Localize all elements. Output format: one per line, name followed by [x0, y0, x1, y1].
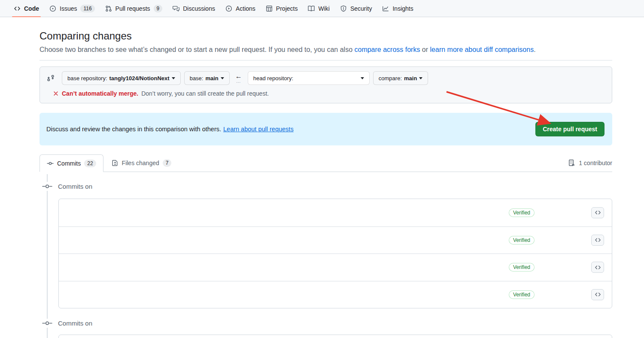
tab-files-changed[interactable]: Files changed 7	[104, 154, 179, 172]
tab-insights[interactable]: Insights	[379, 0, 416, 17]
tab-label: Actions	[236, 0, 255, 17]
browse-code-button[interactable]	[591, 207, 604, 218]
git-compare-icon	[47, 74, 55, 82]
divider	[39, 60, 612, 60]
tab-code[interactable]: Code	[10, 0, 43, 17]
tab-label: Security	[350, 0, 372, 17]
subtitle-text: Choose two branches to see what’s change…	[39, 46, 354, 53]
commit-row: Verified	[59, 281, 612, 308]
tab-label: Projects	[276, 0, 298, 17]
verified-badge[interactable]: Verified	[509, 208, 535, 217]
caret-down-icon	[419, 77, 422, 81]
tab-label: Pull requests	[115, 0, 150, 17]
tab-label: Insights	[392, 0, 413, 17]
compare-branch-value: main	[404, 75, 417, 81]
commit-timeline-line	[47, 174, 48, 338]
compare-across-forks-link[interactable]: compare across forks	[354, 46, 420, 53]
graph-icon	[382, 5, 389, 12]
caret-down-icon	[361, 77, 364, 81]
git-commit-icon	[47, 160, 54, 167]
commit-list	[58, 335, 612, 338]
discuss-banner: Discuss and review the changes in this c…	[39, 113, 612, 145]
head-repository-label: head repository:	[253, 75, 293, 81]
tab-actions[interactable]: Actions	[222, 0, 259, 17]
browse-code-button[interactable]	[591, 262, 604, 273]
subtitle-text: .	[534, 46, 535, 53]
git-commit-icon	[42, 182, 52, 191]
base-branch-label: base:	[190, 75, 204, 81]
contributors-label: 1 contributor	[579, 160, 612, 166]
browse-code-button[interactable]	[591, 289, 604, 300]
commits-on-label: Commits on	[58, 320, 92, 327]
commits-group-header: Commits on	[42, 182, 92, 191]
tab-pull-requests[interactable]: Pull requests 9	[102, 0, 166, 17]
compare-range-separator: ← …	[235, 73, 242, 83]
base-repository-value: tangly1024/NotionNext	[109, 75, 170, 81]
compare-selector-box: base repository: tangly1024/NotionNext b…	[39, 66, 612, 103]
commits-group-header: Commits on	[42, 319, 92, 328]
diff-comparisons-link[interactable]: learn more about diff comparisons	[430, 46, 534, 53]
tab-issues[interactable]: Issues 116	[46, 0, 98, 17]
tab-security[interactable]: Security	[337, 0, 376, 17]
tab-label: Files changed	[122, 160, 159, 166]
code-icon	[595, 264, 601, 271]
tab-projects[interactable]: Projects	[262, 0, 301, 17]
compare-branch-label: compare:	[379, 75, 402, 81]
organization-icon	[568, 159, 575, 166]
tab-discussions[interactable]: Discussions	[169, 0, 219, 17]
compare-branch-select[interactable]: compare: main	[373, 71, 428, 85]
issue-opened-icon	[49, 5, 56, 12]
commits-on-label: Commits on	[58, 183, 92, 190]
shield-icon	[340, 5, 347, 12]
tab-label: Wiki	[318, 0, 329, 17]
learn-about-pull-requests-link[interactable]: Learn about pull requests	[223, 126, 294, 133]
x-icon	[53, 91, 59, 97]
tab-label: Discussions	[183, 0, 215, 17]
play-icon	[225, 5, 232, 12]
base-branch-select[interactable]: base: main	[184, 71, 230, 85]
code-icon	[14, 5, 21, 12]
code-icon	[595, 237, 601, 243]
verified-badge[interactable]: Verified	[509, 263, 535, 272]
table-icon	[266, 5, 273, 12]
tab-label: Commits	[57, 160, 81, 167]
code-icon	[595, 291, 601, 298]
comment-discussion-icon	[173, 5, 179, 12]
compare-tabnav: Commits 22 Files changed 7 1 contributor	[39, 154, 612, 172]
pull-requests-count-badge: 9	[154, 5, 163, 12]
subtitle-text: or	[420, 46, 430, 53]
page-title: Comparing changes	[39, 30, 612, 42]
tab-label: Issues	[60, 0, 77, 17]
browse-code-button[interactable]	[591, 235, 604, 246]
create-pull-request-button[interactable]: Create pull request	[535, 122, 605, 136]
code-icon	[595, 209, 601, 216]
tab-label: Code	[24, 0, 39, 17]
book-icon	[308, 5, 315, 12]
base-repository-label: base repository:	[67, 75, 107, 81]
banner-text: Discuss and review the changes in this c…	[46, 126, 221, 133]
caret-down-icon	[172, 77, 175, 81]
commit-row: Verified	[59, 226, 612, 254]
git-pull-request-icon	[105, 5, 112, 12]
range-dots: …	[236, 79, 241, 83]
commit-row: Verified	[59, 199, 612, 226]
merge-error-hint: Don’t worry, you can still create the pu…	[141, 90, 269, 97]
git-commit-icon	[42, 319, 52, 328]
commit-row: Verified	[59, 254, 612, 281]
tab-wiki[interactable]: Wiki	[304, 0, 333, 17]
commit-list: Verified Verified Verified Verified	[58, 199, 612, 308]
base-repository-select[interactable]: base repository: tangly1024/NotionNext	[62, 71, 181, 85]
head-repository-select[interactable]: head repository:	[248, 71, 370, 85]
caret-down-icon	[221, 77, 224, 81]
merge-error-text: Can’t automatically merge.	[62, 90, 138, 97]
issues-count-badge: 116	[80, 5, 94, 12]
page-subtitle: Choose two branches to see what’s change…	[39, 46, 612, 54]
commits-count-badge: 22	[84, 160, 96, 167]
verified-badge[interactable]: Verified	[509, 290, 535, 299]
tab-commits[interactable]: Commits 22	[39, 154, 103, 172]
file-diff-icon	[112, 160, 118, 166]
merge-status-message: Can’t automatically merge. Don’t worry, …	[47, 90, 605, 97]
repo-nav: Code Issues 116 Pull requests 9 Discussi…	[0, 0, 644, 17]
verified-badge[interactable]: Verified	[509, 236, 535, 244]
contributors-summary[interactable]: 1 contributor	[568, 154, 612, 172]
